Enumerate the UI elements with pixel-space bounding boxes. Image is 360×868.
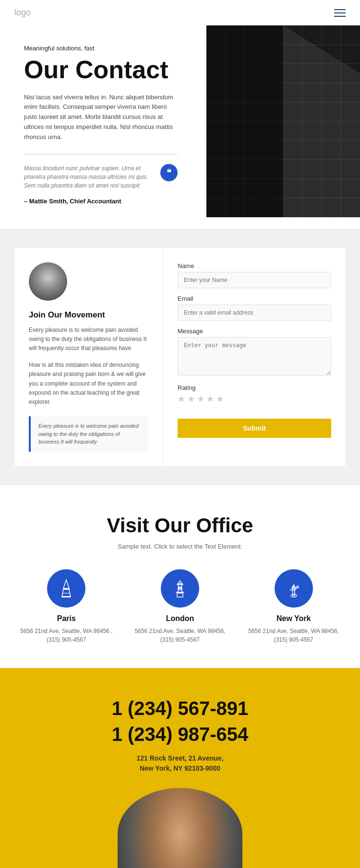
rating-stars[interactable]: ★ ★ ★ ★ ★ [178,394,331,404]
svg-line-36 [290,589,292,591]
star-3[interactable]: ★ [197,394,204,404]
newyork-city: New York [276,614,311,623]
svg-marker-33 [292,585,295,587]
svg-rect-23 [62,596,71,597]
name-input[interactable] [178,272,331,288]
hero-content: Meaningful solutions, fast Our Contact N… [24,45,178,205]
office-grid: Paris 5656 21nd Ave, Seattle, WA 98456 ,… [14,569,346,644]
message-field-group: Message [178,328,331,377]
join-desc2: How is all this mistaken idea of denounc… [29,361,148,407]
office-subtitle: Sample text. Click to select the Text El… [14,543,346,550]
london-city: London [166,614,194,623]
star-4[interactable]: ★ [206,394,214,404]
message-input[interactable] [178,337,331,375]
blockquote: Every pleasure is to welcome pain avoide… [29,416,148,452]
svg-marker-19 [63,580,69,588]
join-title: Join Our Movement [29,310,148,320]
blockquote-text: Every pleasure is to welcome pain avoide… [38,422,141,446]
header: logo [0,0,360,25]
paris-address: 5656 21nd Ave, Seattle, WA 98456 , (315)… [14,627,119,644]
email-label: Email [178,295,331,302]
email-field-group: Email [178,295,331,321]
name-field-group: Name [178,262,331,288]
cta-person-image [118,788,242,868]
logo: logo [14,8,31,18]
email-input[interactable] [178,305,331,321]
paris-icon [47,569,85,608]
office-section: Visit Our Office Sample text. Click to s… [0,485,360,668]
rating-label: Rating [178,384,331,391]
star-5[interactable]: ★ [216,394,224,404]
office-london: London 5656 21nd Ave, Seattle, WA 98456,… [128,569,232,644]
message-label: Message [178,328,331,335]
hero-subtitle: Meaningful solutions, fast [24,45,178,52]
svg-rect-17 [206,25,283,217]
paris-city: Paris [57,614,76,623]
newyork-address: 5656 21nd Ave, Seattle, WA 98456, (315) … [241,627,346,644]
join-desc1: Every pleasure is to welcome pain avoide… [29,326,148,353]
london-address: 5656 21nd Ave, Seattle, WA 98456, (315) … [128,627,232,644]
cta-section: 1 (234) 567-891 1 (234) 987-654 121 Rock… [0,668,360,868]
hero-section: Meaningful solutions, fast Our Contact N… [0,25,360,229]
cta-phone1: 1 (234) 567-891 [14,697,346,720]
card-right: Name Email Message Rating ★ ★ ★ ★ ★ [163,248,346,466]
rating-field-group: Rating ★ ★ ★ ★ ★ [178,384,331,404]
hamburger-button[interactable] [334,9,346,17]
office-newyork: New York 5656 21nd Ave, Seattle, WA 9845… [241,569,346,644]
card-left: Join Our Movement Every pleasure is to w… [14,248,163,466]
star-2[interactable]: ★ [187,394,195,404]
cta-address: 121 Rock Sreet, 21 Avenue, New York, NY … [14,753,346,774]
hero-author: – Mattie Smith, Chief Accountant [24,198,178,205]
office-paris: Paris 5656 21nd Ave, Seattle, WA 98456 ,… [14,569,119,644]
star-1[interactable]: ★ [178,394,185,404]
middle-section: Join Our Movement Every pleasure is to w… [0,229,360,485]
cta-phone2: 1 (234) 987-654 [14,723,346,746]
hero-description: Nisi lacus sed viverra tellus in. Nunc a… [24,93,178,142]
newyork-icon [275,569,313,608]
hero-building-image [206,25,360,217]
quote-icon: ❝ [160,164,178,181]
svg-point-35 [297,586,299,588]
hero-quote-text: Massa tincidunt nunc pulvinar sapien. Ur… [24,164,155,190]
office-title: Visit Our Office [14,514,346,537]
hero-divider [24,154,178,154]
hero-title: Our Contact [24,57,178,83]
submit-button[interactable]: Submit [178,419,331,438]
middle-card: Join Our Movement Every pleasure is to w… [14,248,346,466]
svg-marker-27 [177,581,183,585]
hero-quote-block: Massa tincidunt nunc pulvinar sapien. Ur… [24,164,178,190]
london-icon [161,569,199,608]
avatar [29,262,67,301]
name-label: Name [178,262,331,270]
